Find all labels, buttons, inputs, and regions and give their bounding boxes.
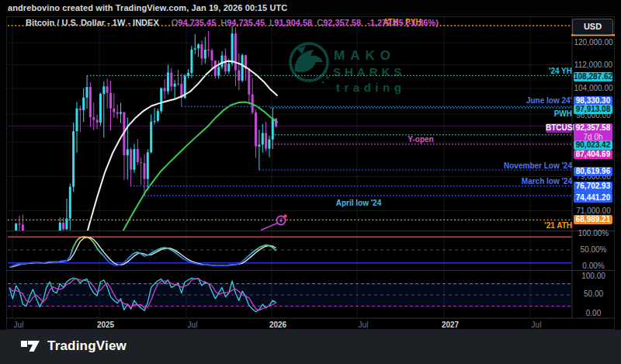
y-open-label: Y-open [397, 135, 444, 144]
yh24-label: '24 YH [549, 67, 572, 75]
chart-container[interactable] [6, 16, 615, 330]
price-axis-label: 104,000.00 [572, 84, 615, 92]
price-axis-label: 71,000.00 [572, 206, 615, 215]
ath21-label: '21 ATH [544, 221, 572, 230]
time-axis-label: Jul [532, 321, 542, 329]
price-axis-label: 112,000.00 [572, 61, 615, 69]
time-axis-label: 2027 [442, 321, 459, 329]
price-badge-21ath: 68,989.21 [574, 215, 612, 224]
ohlc-values: O94,735.45H94,735.45L91,904.58C92,357.58 [167, 18, 361, 27]
chart-legend[interactable]: Bitcoin / U.S. Dollar - 1W - INDEXO94,73… [26, 18, 439, 27]
pwh-label: PWH [554, 109, 572, 118]
tradingview-glyph-icon [21, 338, 40, 355]
price-badge-nov-low: 80,619.96 [574, 167, 612, 176]
june-low-label: June low 24' [526, 96, 572, 105]
footer-bar: TradingView [0, 330, 621, 364]
indicator-axis-label: 50.00 [572, 289, 615, 298]
time-axis-label: Jul [359, 321, 369, 329]
tradingview-logo[interactable]: TradingView [21, 338, 127, 355]
indicator-axis-label: 100.00% [572, 229, 615, 237]
april-low-label: April low '24 [334, 199, 383, 207]
symbol-badge: BTCUSD [546, 123, 572, 133]
change-value: -1,272.85 (-1.36%) [367, 18, 439, 27]
price-badge-24yh: 108,287.62 [574, 72, 612, 81]
price-badge-march-low: 76,702.93 [574, 182, 612, 191]
march-low-label: March low '24 [522, 177, 572, 185]
last-price-badge: 92,357.587d 0h [574, 123, 612, 141]
time-axis-label: 2026 [269, 321, 286, 329]
time-axis-label: Jul [188, 321, 198, 329]
indicator-axis-label: 0.00% [572, 262, 615, 270]
indicator-axis-label: 0.00 [572, 309, 615, 317]
price-badge-pwh: 97,913.08 [574, 105, 612, 114]
price-axis-label: 120,000.00 [572, 38, 615, 47]
price-badge-june-low: 98,330.30 [574, 96, 612, 106]
currency-toggle-button[interactable]: USD [572, 19, 613, 35]
symbol-title: Bitcoin / U.S. Dollar - 1W - INDEX [26, 18, 159, 27]
tradingview-snapshot: andrebovino created with TradingView.com… [0, 0, 621, 364]
price-badge-pml: 90,023.42 [574, 140, 612, 150]
indicator-axis-label: 100.00 [572, 272, 615, 280]
attribution-text: andrebovino created with TradingView.com… [8, 3, 287, 12]
nov-low-label: November Low '24 [504, 161, 572, 170]
time-axis-label: Jul [14, 321, 24, 329]
time-axis-label: 2025 [97, 321, 114, 329]
price-badge-y-open: 87,404.69 [574, 150, 612, 159]
tradingview-wordmark: TradingView [47, 338, 127, 354]
time-axis[interactable] [6, 318, 572, 330]
price-badge-april-low: 74,441.20 [574, 193, 612, 203]
indicator-axis-label: 50.00% [572, 245, 615, 254]
